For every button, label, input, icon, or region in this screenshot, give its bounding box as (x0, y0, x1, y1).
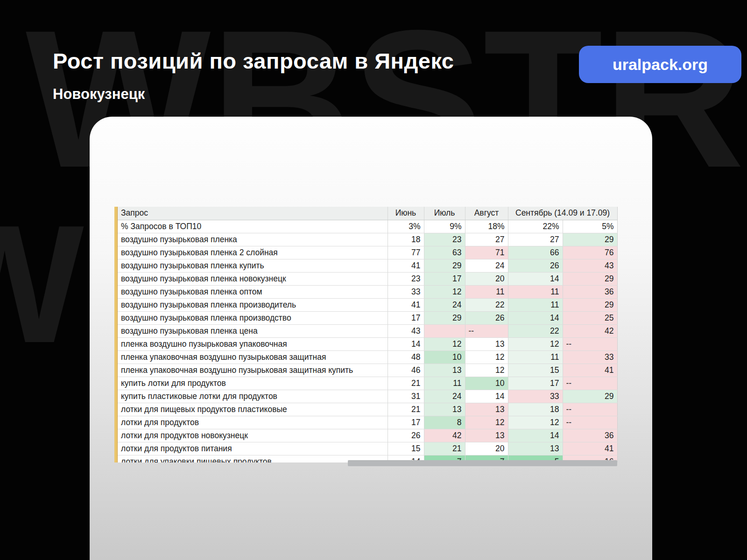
table-row: пленка упаковочная воздушно пузырьковая … (118, 364, 617, 377)
value-cell: 77 (388, 246, 424, 259)
query-cell: воздушно пузырьковая пленка цена (118, 324, 388, 337)
site-badge[interactable]: uralpack.org (579, 46, 741, 83)
value-cell: 13 (465, 429, 508, 442)
value-cell: 27 (465, 233, 508, 246)
value-cell: 29 (424, 259, 465, 272)
value-cell: 33 (563, 350, 617, 364)
value-cell: 22 (465, 298, 508, 311)
value-cell: 12 (424, 285, 465, 298)
query-cell: пленка упаковочная воздушно пузырьковая … (118, 350, 388, 364)
site-badge-label: uralpack.org (613, 56, 708, 74)
value-cell: 48 (388, 350, 424, 364)
query-cell: лотки для продуктов (118, 416, 388, 429)
value-cell: 11 (508, 350, 563, 364)
query-cell: лотки для продуктов питания (118, 442, 388, 455)
table-row: лотки для пищевых продуктов пластиковые2… (118, 403, 617, 416)
query-cell: воздушно пузырьковая пленка (118, 233, 388, 246)
value-cell: -- (465, 324, 508, 337)
value-cell: 17 (388, 416, 424, 429)
value-cell: 41 (388, 298, 424, 311)
table-header-row: ЗапросИюньИюльАвгустСентябрь (14.09 и 17… (118, 207, 617, 220)
table-header: ЗапросИюньИюльАвгустСентябрь (14.09 и 17… (118, 207, 617, 220)
table-edge-strip (114, 207, 118, 462)
value-cell: 41 (388, 259, 424, 272)
positions-table: ЗапросИюньИюльАвгустСентябрь (14.09 и 17… (118, 207, 618, 462)
value-cell: 63 (424, 246, 465, 259)
column-header: Август (465, 207, 508, 220)
value-cell: 3% (388, 220, 424, 233)
content-card: ЗапросИюньИюльАвгустСентябрь (14.09 и 17… (90, 117, 652, 560)
value-cell: 18 (388, 233, 424, 246)
value-cell: 29 (424, 311, 465, 324)
horizontal-scrollbar[interactable] (348, 460, 617, 466)
value-cell: 12 (465, 350, 508, 364)
value-cell: 36 (563, 429, 617, 442)
table-row: воздушно пузырьковая пленка производство… (118, 311, 617, 324)
value-cell: 15 (508, 364, 563, 377)
value-cell: 17 (388, 311, 424, 324)
query-cell: % Запросов в ТОП10 (118, 220, 388, 233)
value-cell: 13 (465, 337, 508, 350)
table-row: лотки для продуктов питания1521201341 (118, 442, 617, 455)
query-cell: лотки для продуктов новокузнецк (118, 429, 388, 442)
value-cell: 14 (508, 429, 563, 442)
value-cell: 8 (424, 416, 465, 429)
table-row: купить пластиковые лотки для продуктов31… (118, 390, 617, 403)
value-cell: 11 (465, 285, 508, 298)
value-cell: 11 (508, 285, 563, 298)
value-cell: 15 (388, 442, 424, 455)
value-cell: 14 (388, 337, 424, 350)
value-cell: 21 (388, 377, 424, 390)
value-cell: 12 (508, 416, 563, 429)
value-cell: 33 (508, 390, 563, 403)
table-row: пленка упаковочная воздушно пузырьковая … (118, 350, 617, 364)
value-cell: 9% (424, 220, 465, 233)
value-cell: 41 (563, 442, 617, 455)
value-cell: 18% (465, 220, 508, 233)
value-cell: -- (563, 337, 617, 350)
value-cell: 29 (563, 233, 617, 246)
value-cell: 29 (563, 272, 617, 285)
query-cell: купить лотки для продуктов (118, 377, 388, 390)
value-cell: 42 (563, 324, 617, 337)
value-cell: 36 (563, 285, 617, 298)
value-cell: 5% (563, 220, 617, 233)
query-cell: воздушно пузырьковая пленка оптом (118, 285, 388, 298)
query-cell: воздушно пузырьковая пленка новокузнецк (118, 272, 388, 285)
query-cell: воздушно пузырьковая пленка 2 слойная (118, 246, 388, 259)
value-cell: 22 (508, 324, 563, 337)
slide: WBSTR WBSTR Рост позиций по запросам в Я… (0, 0, 747, 560)
column-header: Июль (424, 207, 465, 220)
value-cell: 13 (508, 442, 563, 455)
value-cell: 76 (563, 246, 617, 259)
value-cell: 11 (424, 377, 465, 390)
value-cell: 46 (388, 364, 424, 377)
value-cell: 31 (388, 390, 424, 403)
value-cell: 24 (424, 390, 465, 403)
column-header: Июнь (388, 207, 424, 220)
table-row: воздушно пузырьковая пленка цена43--2242 (118, 324, 617, 337)
table-row: воздушно пузырьковая пленка1823272729 (118, 233, 617, 246)
value-cell: 29 (563, 298, 617, 311)
value-cell: 17 (424, 272, 465, 285)
value-cell: 13 (424, 403, 465, 416)
value-cell: 13 (424, 364, 465, 377)
value-cell: 24 (465, 259, 508, 272)
value-cell: 41 (563, 364, 617, 377)
query-cell: воздушно пузырьковая пленка производител… (118, 298, 388, 311)
table-row: воздушно пузырьковая пленка купить412924… (118, 259, 617, 272)
value-cell: -- (563, 403, 617, 416)
value-cell: 23 (424, 233, 465, 246)
value-cell: 42 (424, 429, 465, 442)
value-cell: 20 (465, 272, 508, 285)
query-cell: лотки для пищевых продуктов пластиковые (118, 403, 388, 416)
query-cell: воздушно пузырьковая пленка производство (118, 311, 388, 324)
value-cell: 14 (508, 272, 563, 285)
value-cell: 10 (465, 377, 508, 390)
table-row: лотки для продуктов1781212-- (118, 416, 617, 429)
value-cell: 12 (508, 337, 563, 350)
value-cell: 21 (424, 442, 465, 455)
table-row: купить лотки для продуктов21111017-- (118, 377, 617, 390)
table-row: воздушно пузырьковая пленка 2 слойная776… (118, 246, 617, 259)
value-cell: 21 (388, 403, 424, 416)
